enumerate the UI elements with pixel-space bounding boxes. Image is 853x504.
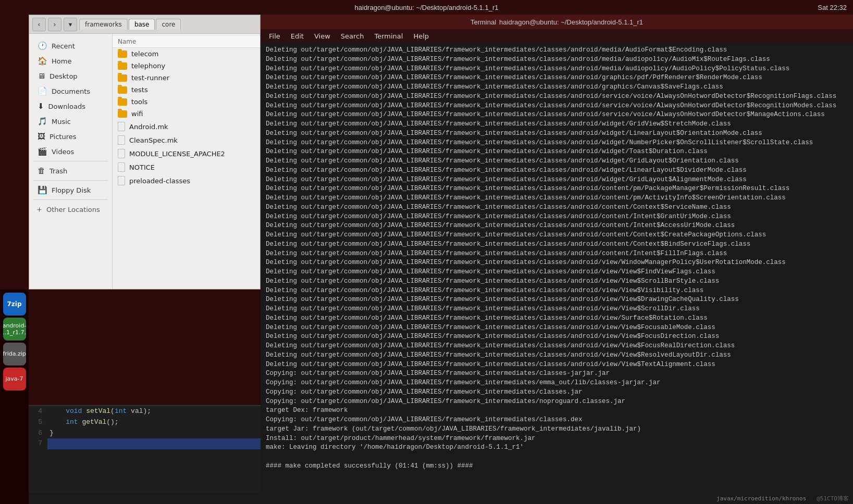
code-line-4: 4 void setVal(int val);: [29, 406, 261, 417]
terminal-menubar: File Edit View Search Terminal Help: [261, 29, 853, 43]
file-item-telephony[interactable]: telephony: [113, 60, 260, 72]
sidebar-label-downloads: Downloads: [48, 103, 85, 110]
terminal-output[interactable]: Deleting out/target/common/obj/JAVA_LIBR…: [261, 43, 853, 494]
dock-icon-java7[interactable]: java-7: [3, 368, 26, 390]
file-icon-preloaded: [118, 176, 125, 185]
sidebar-label-recent: Recent: [52, 42, 75, 50]
sidebar-item-music[interactable]: 🎵 Music: [31, 114, 110, 129]
sidebar-item-pictures[interactable]: 🖼 Pictures: [31, 129, 110, 144]
sidebar-label-pictures: Pictures: [50, 133, 76, 141]
sidebar-item-floppy[interactable]: 💾 Floppy Disk: [31, 183, 110, 197]
code-editor: 4 void setVal(int val); 5 int getVal(); …: [29, 405, 261, 504]
downloads-icon: ⬇: [38, 102, 44, 111]
sidebar-label-trash: Trash: [50, 167, 67, 175]
file-item-wifi[interactable]: wifi: [113, 108, 260, 120]
folder-icon-tests: [118, 86, 127, 94]
tab-core[interactable]: core: [156, 19, 181, 30]
file-label-telephony: telephony: [131, 62, 165, 70]
terminal-title-path: haidragon@ubuntu: ~/Desktop/android-5.1.…: [499, 18, 643, 26]
file-item-android-mk[interactable]: Android.mk: [113, 120, 260, 133]
folder-icon-wifi: [118, 110, 127, 118]
tab-base[interactable]: base: [129, 19, 155, 30]
terminal-title: Terminal: [471, 18, 496, 26]
line-num-6: 6: [29, 428, 47, 439]
code-line-5: 5 int getVal();: [29, 417, 261, 428]
sidebar-item-recent[interactable]: 🕐 Recent: [31, 39, 110, 53]
menu-file[interactable]: File: [265, 31, 285, 41]
file-item-preloaded[interactable]: preloaded-classes: [113, 174, 260, 187]
file-label-telecom: telecom: [131, 50, 158, 58]
sidebar-label-floppy: Floppy Disk: [52, 186, 91, 194]
tab-frameworks[interactable]: frameworks: [79, 19, 128, 30]
sidebar-item-trash[interactable]: 🗑 Trash: [31, 163, 110, 178]
code-content-7: [47, 438, 50, 449]
file-item-cleanspec[interactable]: CleanSpec.mk: [113, 133, 260, 147]
sidebar-sep2: [33, 180, 108, 181]
dock-label-7zip: 7zip: [7, 300, 21, 308]
file-icon-android-mk: [118, 122, 125, 131]
col-name: Name: [118, 38, 136, 45]
floppy-icon: 💾: [38, 185, 47, 195]
home-icon: 🏠: [38, 56, 47, 66]
terminal-window: Terminal haidragon@ubuntu: ~/Desktop/and…: [261, 15, 853, 504]
file-item-notice[interactable]: NOTICE: [113, 160, 260, 174]
line-num-5: 5: [29, 417, 47, 428]
file-item-test-runner[interactable]: test-runner: [113, 72, 260, 84]
file-icon-module: [118, 149, 125, 158]
sidebar-item-documents[interactable]: 📄 Documents: [31, 84, 110, 98]
menu-help[interactable]: Help: [409, 31, 433, 41]
sidebar-item-videos[interactable]: 🎬 Videos: [31, 144, 110, 159]
terminal-body: Deleting out/target/common/obj/JAVA_LIBR…: [261, 43, 853, 504]
breadcrumb-tabs: frameworks base core: [79, 19, 181, 30]
code-line-6: 6 }: [29, 428, 261, 439]
fm-file-list: Name telecom telephony test-runner tests…: [113, 34, 260, 289]
file-label-cleanspec: CleanSpec.mk: [129, 136, 178, 144]
sidebar-item-home[interactable]: 🏠 Home: [31, 54, 110, 68]
sidebar-label-home: Home: [52, 57, 71, 65]
file-item-module[interactable]: MODULE_LICENSE_APACHE2: [113, 147, 260, 160]
file-item-tests[interactable]: tests: [113, 84, 260, 96]
menu-search[interactable]: Search: [337, 31, 368, 41]
dock-icon-frida[interactable]: frida.zip: [3, 343, 26, 366]
file-col-header: Name: [113, 36, 260, 48]
folder-icon-telephony: [118, 62, 127, 70]
window-title: haidragon@ubuntu: ~/Desktop/android-5.1.…: [355, 4, 499, 11]
dock-label-frida: frida.zip: [3, 350, 26, 357]
file-label-preloaded: preloaded-classes: [129, 177, 190, 185]
file-icon-cleanspec: [118, 135, 125, 145]
dock-label-android: android-1.1_r1.7..: [3, 322, 26, 336]
trash-icon: 🗑: [38, 166, 45, 175]
code-line-7: 7: [29, 438, 261, 449]
dock: 7zip android-1.1_r1.7.. frida.zip java-7: [0, 289, 29, 504]
sidebar-label-music: Music: [52, 118, 71, 125]
file-label-module: MODULE_LICENSE_APACHE2: [129, 150, 225, 158]
watermark: @51CTO博客: [817, 495, 849, 502]
fm-sidebar: 🕐 Recent 🏠 Home 🖥 Desktop 📄 Documents ⬇ …: [29, 34, 113, 289]
status-bar: javax/microedition/khronos @51CTO博客: [0, 493, 853, 504]
file-label-android-mk: Android.mk: [129, 123, 168, 131]
dock-icon-7zip[interactable]: 7zip: [3, 293, 26, 316]
sidebar-item-other-locations[interactable]: ＋ Other Locations: [29, 202, 112, 217]
file-item-telecom[interactable]: telecom: [113, 48, 260, 60]
file-label-notice: NOTICE: [129, 163, 155, 171]
dock-label-java7: java-7: [5, 375, 23, 382]
sidebar-sep3: [33, 199, 108, 200]
dock-icon-android[interactable]: android-1.1_r1.7..: [3, 318, 26, 341]
code-content-4: void setVal(int val);: [47, 406, 151, 417]
file-item-tools[interactable]: tools: [113, 96, 260, 108]
desktop-icon: 🖥: [38, 71, 45, 81]
nav-back-btn[interactable]: ‹: [32, 18, 46, 31]
nav-forward-btn[interactable]: ›: [48, 18, 61, 31]
sidebar-label-desktop: Desktop: [50, 72, 78, 80]
sidebar-sep1: [33, 161, 108, 161]
videos-icon: 🎬: [38, 147, 47, 156]
menu-edit[interactable]: Edit: [287, 31, 308, 41]
sidebar-item-desktop[interactable]: 🖥 Desktop: [31, 69, 110, 83]
sidebar-item-downloads[interactable]: ⬇ Downloads: [31, 99, 110, 114]
menu-terminal[interactable]: Terminal: [370, 31, 407, 41]
nav-up-btn[interactable]: ▼: [64, 18, 77, 31]
file-icon-notice: [118, 162, 125, 172]
documents-icon: 📄: [38, 86, 47, 96]
menu-view[interactable]: View: [310, 31, 335, 41]
file-manager-window: ‹ › ▼ frameworks base core 🕐 Recent 🏠 Ho…: [29, 15, 261, 289]
